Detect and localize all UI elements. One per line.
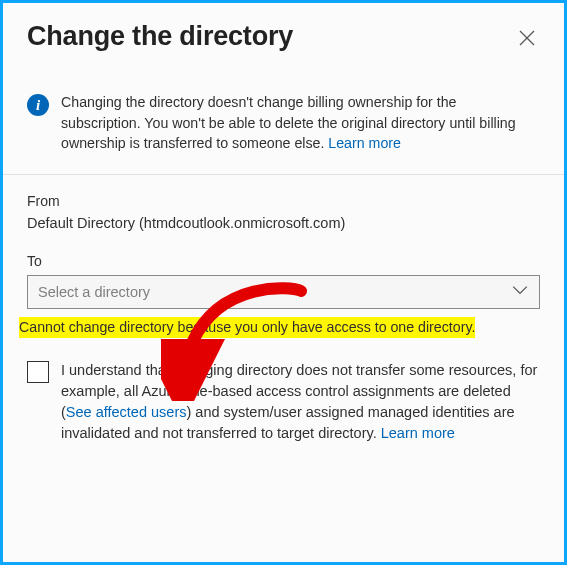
to-label: To [27,253,540,269]
confirm-label: I understand that changing directory doe… [61,360,540,444]
see-affected-users-link[interactable]: See affected users [66,404,187,420]
close-button[interactable] [514,25,540,51]
info-icon: i [27,94,49,116]
error-row: Cannot change directory because you only… [27,317,540,360]
panel-header: Change the directory [27,21,540,52]
panel-title: Change the directory [27,21,293,52]
confirm-checkbox[interactable] [27,361,49,383]
info-text: Changing the directory doesn't change bi… [61,92,540,154]
info-learn-more-link[interactable]: Learn more [328,135,401,151]
chevron-down-icon [511,281,529,303]
divider [3,174,564,175]
close-icon [519,30,535,46]
to-directory-dropdown[interactable]: Select a directory [27,275,540,309]
from-label: From [27,193,540,209]
confirm-row: I understand that changing directory doe… [27,360,540,444]
dropdown-placeholder: Select a directory [38,284,150,300]
error-message: Cannot change directory because you only… [19,317,475,338]
info-text-body: Changing the directory doesn't change bi… [61,94,516,151]
info-banner: i Changing the directory doesn't change … [27,92,540,154]
from-value: Default Directory (htmdcoutlook.onmicros… [27,215,540,231]
change-directory-panel: Change the directory i Changing the dire… [3,3,564,562]
confirm-learn-more-link[interactable]: Learn more [381,425,455,441]
